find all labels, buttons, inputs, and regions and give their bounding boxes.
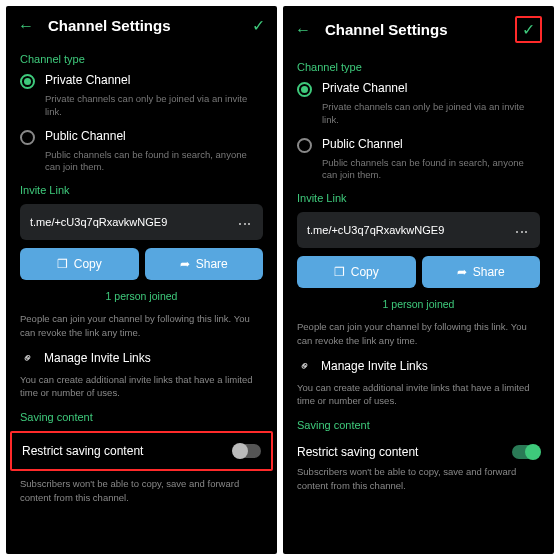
toggle-off-icon[interactable]: [233, 444, 261, 458]
copy-icon: ❐: [57, 257, 68, 271]
back-icon[interactable]: ←: [295, 21, 311, 39]
section-invite-link: Invite Link: [297, 192, 540, 204]
screen-right: ← Channel Settings ✓ Channel type Privat…: [283, 6, 554, 554]
more-icon[interactable]: ⋮: [237, 217, 253, 227]
copy-button[interactable]: ❐ Copy: [297, 256, 416, 288]
option-public-channel[interactable]: Public Channel: [20, 129, 263, 145]
copy-button[interactable]: ❐ Copy: [20, 248, 139, 280]
section-invite-link: Invite Link: [20, 184, 263, 196]
page-title: Channel Settings: [325, 21, 515, 38]
radio-icon: [297, 82, 312, 97]
option-private-channel[interactable]: Private Channel: [20, 73, 263, 89]
option-private-channel[interactable]: Private Channel: [297, 81, 540, 97]
confirm-icon[interactable]: ✓: [515, 16, 542, 43]
joined-count[interactable]: 1 person joined: [297, 298, 540, 310]
more-icon[interactable]: ⋮: [514, 225, 530, 235]
radio-icon: [20, 74, 35, 89]
section-saving-content: Saving content: [297, 419, 540, 431]
link-icon: ⚭: [17, 348, 37, 368]
restrict-saving-row[interactable]: Restrict saving content: [22, 438, 261, 464]
invite-link-field[interactable]: t.me/+cU3q7qRxavkwNGE9 ⋮: [20, 204, 263, 240]
share-button[interactable]: ➦ Share: [145, 248, 264, 280]
manage-invite-links[interactable]: ⚭ Manage Invite Links: [297, 359, 540, 373]
option-public-channel[interactable]: Public Channel: [297, 137, 540, 153]
link-icon: ⚭: [294, 356, 314, 376]
header: ← Channel Settings ✓: [283, 6, 554, 51]
back-icon[interactable]: ←: [18, 17, 34, 35]
section-saving-content: Saving content: [20, 411, 263, 423]
section-channel-type: Channel type: [20, 53, 263, 65]
radio-icon: [20, 130, 35, 145]
toggle-on-icon[interactable]: [512, 445, 540, 459]
screen-left: ← Channel Settings ✓ Channel type Privat…: [6, 6, 277, 554]
share-icon: ➦: [457, 265, 467, 279]
highlight-box: Restrict saving content: [10, 431, 273, 471]
share-button[interactable]: ➦ Share: [422, 256, 541, 288]
joined-count[interactable]: 1 person joined: [20, 290, 263, 302]
section-channel-type: Channel type: [297, 61, 540, 73]
restrict-saving-row[interactable]: Restrict saving content: [297, 439, 540, 465]
share-icon: ➦: [180, 257, 190, 271]
radio-icon: [297, 138, 312, 153]
manage-invite-links[interactable]: ⚭ Manage Invite Links: [20, 351, 263, 365]
invite-link-field[interactable]: t.me/+cU3q7qRxavkwNGE9 ⋮: [297, 212, 540, 248]
confirm-icon[interactable]: ✓: [252, 16, 265, 35]
page-title: Channel Settings: [48, 17, 252, 34]
copy-icon: ❐: [334, 265, 345, 279]
header: ← Channel Settings ✓: [6, 6, 277, 43]
